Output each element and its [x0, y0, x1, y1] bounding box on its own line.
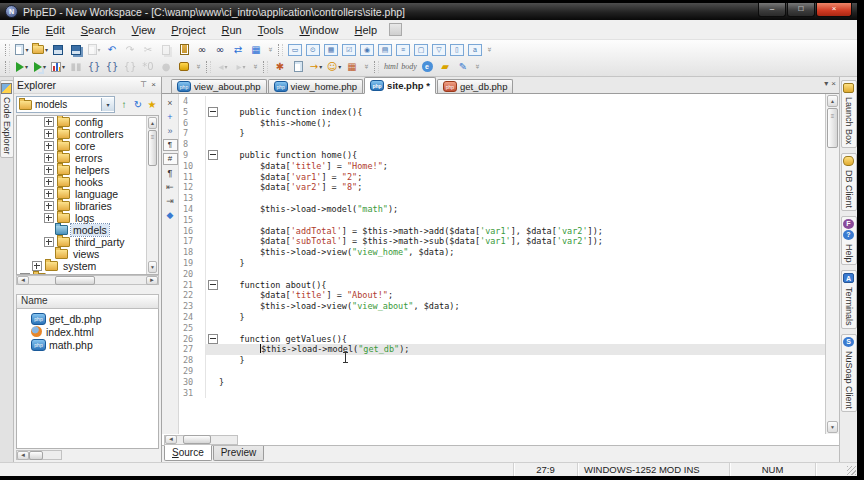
expand-plus-icon[interactable] [32, 261, 42, 271]
scroll-thumb[interactable] [29, 451, 43, 460]
highlight-matches-icon[interactable]: ¶ [163, 139, 178, 151]
close-panel-icon[interactable]: × [149, 81, 158, 89]
tab-site-php-[interactable]: phpsite.php * [364, 77, 436, 94]
tree-item-core[interactable]: core [17, 140, 158, 152]
file-item-math-php[interactable]: phpmath.php [17, 338, 158, 351]
expand-plus-icon[interactable] [20, 273, 30, 275]
scroll-right-icon[interactable]: ► [146, 276, 158, 285]
toolbar-overflow-button[interactable]: » [473, 63, 482, 71]
indent-icon[interactable]: ⇥ [164, 195, 177, 207]
go-up-button[interactable]: ↑ [117, 98, 131, 112]
publish-button[interactable]: ▰ [436, 59, 454, 74]
color-scheme-button[interactable]: ▦ [343, 59, 361, 74]
run-in-debugger-button[interactable]: ▾ [31, 59, 49, 74]
add-bookmark-icon[interactable]: + [164, 111, 177, 123]
expand-plus-icon[interactable] [44, 213, 54, 223]
expand-plus-icon[interactable] [44, 165, 54, 175]
navigate-back-button[interactable]: ◂▾ [214, 59, 232, 74]
toolbar-overflow-button[interactable]: » [266, 46, 275, 54]
accounts-button[interactable]: ☺▾ [325, 59, 343, 74]
tree-item-something[interactable]: something [17, 272, 158, 275]
editor-horizontal-scrollbar[interactable]: ◄ [164, 435, 238, 445]
scroll-up-icon[interactable]: ▲ [148, 117, 157, 129]
dock-tab-nusoap-client[interactable]: SNuSoap Client [841, 334, 857, 412]
tree-horizontal-scrollbar[interactable]: ◄ ► [16, 275, 159, 285]
tree-item-views[interactable]: views [17, 248, 158, 260]
toggle-line-numbers-icon[interactable]: # [163, 153, 178, 165]
menu-help[interactable]: Help [347, 22, 386, 38]
scroll-left-icon[interactable]: ◄ [17, 451, 29, 460]
tree-item-config[interactable]: config [17, 116, 158, 128]
tab-list-icon[interactable]: ▾ [824, 79, 828, 88]
dock-tab-launch-box[interactable]: Launch Box [841, 80, 857, 148]
toolbar-overflow-button[interactable]: » [485, 46, 494, 54]
scroll-down-icon[interactable]: ▼ [148, 261, 157, 273]
step-over-button[interactable]: {} [103, 59, 121, 74]
expand-plus-icon[interactable] [44, 129, 54, 139]
scroll-thumb[interactable] [827, 108, 838, 148]
run-button[interactable]: ▾ [13, 59, 31, 74]
file-item-index-html[interactable]: index.html [17, 325, 158, 338]
code-explorer-tab[interactable]: Code Explorer [0, 80, 14, 158]
tree-vertical-scrollbar[interactable]: ▲ ▼ [146, 116, 158, 274]
toolbar-overflow-button[interactable]: » [251, 63, 260, 71]
menu-run[interactable]: Run [214, 22, 250, 38]
expand-plus-icon[interactable] [44, 177, 54, 187]
code-editor[interactable]: 45 public function index(){6 $this->home… [179, 94, 825, 434]
expand-plus-icon[interactable] [44, 141, 54, 151]
window-list-button[interactable]: ▦ [247, 42, 265, 57]
toolbar-overflow-button[interactable]: » [194, 63, 203, 71]
edit-pencil-button[interactable]: ✎ [454, 59, 472, 74]
insert-label-button[interactable]: a [466, 42, 484, 57]
insert-div-button[interactable]: ▢ [412, 42, 430, 57]
insert-radio-button[interactable]: ◉ [358, 42, 376, 57]
expand-plus-icon[interactable] [44, 201, 54, 211]
insert-table-button[interactable]: ▦ [322, 42, 340, 57]
profile-button[interactable]: ▾ [49, 59, 67, 74]
refresh-button[interactable]: ↻ [131, 98, 145, 112]
expand-plus-icon[interactable] [44, 117, 54, 127]
pause-button[interactable]: ▮▮ [67, 59, 85, 74]
tab-view-about-php[interactable]: phpview_about.php [171, 79, 267, 93]
copy-button[interactable] [157, 42, 175, 57]
cut-button[interactable]: ✂ [139, 42, 157, 57]
tree-item-logs[interactable]: logs [17, 212, 158, 224]
insert-input-button[interactable]: ⊙ [304, 42, 322, 57]
tree-item-language[interactable]: language [17, 188, 158, 200]
new-file-button[interactable]: ▾ [13, 42, 31, 57]
undo-button[interactable]: ↶ [103, 42, 121, 57]
scroll-left-icon[interactable]: ◄ [165, 435, 177, 444]
view-tab-preview[interactable]: Preview [213, 446, 265, 461]
security-settings-button[interactable] [175, 59, 193, 74]
browser-preview-button[interactable]: e [418, 59, 436, 74]
fold-collapse-icon[interactable] [208, 334, 218, 344]
menu-project[interactable]: Project [163, 22, 213, 38]
show-special-chars-icon[interactable]: » [164, 125, 177, 137]
folder-filter-combobox[interactable]: models ▾ [16, 96, 115, 113]
file-list-horizontal-scrollbar[interactable]: ◄ [16, 450, 62, 460]
tree-item-controllers[interactable]: controllers [17, 128, 158, 140]
editor-vertical-scrollbar[interactable]: ▲ ▼ [825, 94, 839, 434]
scroll-thumb[interactable] [148, 130, 157, 166]
scroll-thumb[interactable] [183, 435, 211, 444]
pin-icon[interactable]: ⊤ [138, 81, 149, 89]
dock-tab-db-client[interactable]: DB Client [841, 153, 857, 211]
save-button[interactable] [49, 42, 67, 57]
close-file-icon[interactable]: × [164, 97, 177, 109]
step-out-button[interactable]: {} [121, 59, 139, 74]
php-syntax-check-icon[interactable]: ◆ [164, 209, 177, 221]
toolbar-overflow-button[interactable]: » [362, 63, 371, 71]
outdent-icon[interactable]: ⇤ [164, 181, 177, 193]
redo-button[interactable]: ↷ [121, 42, 139, 57]
minimize-button[interactable]: – [758, 3, 786, 17]
close-button[interactable]: × [816, 3, 852, 17]
replace-button[interactable]: ⇄ [229, 42, 247, 57]
panel-splitter[interactable] [14, 285, 161, 294]
insert-textarea-button[interactable]: ▤ [376, 42, 394, 57]
menu-file[interactable]: File [4, 22, 38, 38]
expand-plus-icon[interactable] [44, 189, 54, 199]
menu-search[interactable]: Search [73, 22, 124, 38]
expand-plus-icon[interactable] [44, 237, 54, 247]
tab-close-icon[interactable]: × [831, 79, 836, 88]
menu-tools[interactable]: Tools [250, 22, 292, 38]
